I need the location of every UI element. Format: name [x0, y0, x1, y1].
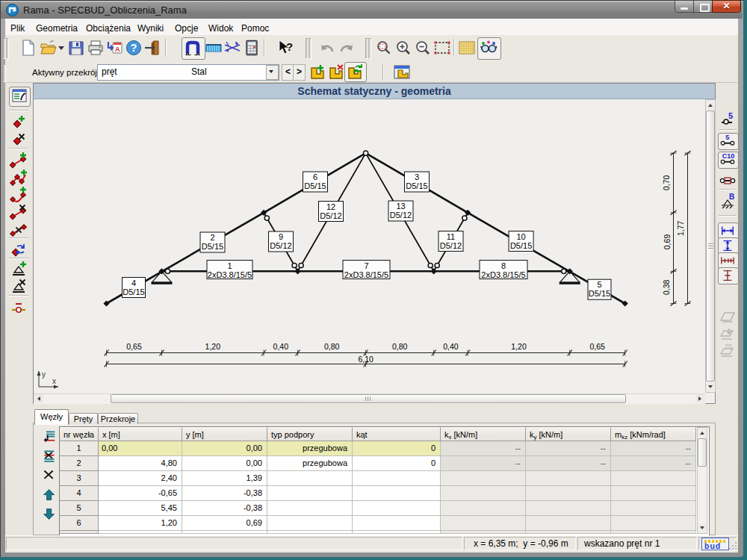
svg-text:x: x [52, 377, 56, 385]
svg-text:D5/15: D5/15 [304, 181, 326, 190]
svg-text:12: 12 [326, 202, 335, 211]
svg-text:0,69: 0,69 [663, 234, 672, 250]
svg-text:1: 1 [227, 261, 232, 270]
svg-text:y: y [42, 370, 46, 379]
svg-text:1,77: 1,77 [677, 220, 686, 236]
svg-text:D5/12: D5/12 [320, 211, 341, 220]
svg-text:6: 6 [313, 172, 317, 181]
svg-text:0,40: 0,40 [443, 342, 459, 351]
svg-text:2xD3.8/15/5: 2xD3.8/15/5 [208, 270, 252, 279]
svg-text:0,65: 0,65 [126, 342, 142, 351]
svg-text:A: A [115, 46, 120, 53]
svg-text:0,38: 0,38 [663, 280, 672, 296]
svg-text:D5/12: D5/12 [270, 241, 291, 250]
svg-text:5: 5 [597, 280, 601, 289]
svg-text:0,80: 0,80 [392, 342, 408, 351]
svg-text:0,70: 0,70 [663, 175, 672, 191]
svg-text:25: 25 [725, 343, 732, 350]
svg-text:5: 5 [728, 111, 733, 120]
svg-text:2: 2 [210, 233, 214, 242]
svg-text:8: 8 [501, 261, 506, 270]
svg-text:D5/12: D5/12 [440, 241, 462, 250]
svg-text:3: 3 [415, 172, 419, 181]
svg-text:?: ? [131, 42, 137, 54]
svg-text:9: 9 [279, 232, 283, 241]
svg-text:1,20: 1,20 [511, 342, 527, 351]
svg-text:5: 5 [725, 134, 729, 141]
svg-text:4: 4 [131, 279, 136, 287]
svg-text:D5/15: D5/15 [202, 242, 223, 251]
svg-text:10: 10 [516, 232, 525, 241]
svg-text:0,80: 0,80 [324, 342, 340, 351]
svg-text:?: ? [286, 40, 293, 53]
svg-text:D5/15: D5/15 [589, 289, 610, 298]
svg-text:13: 13 [396, 202, 405, 211]
svg-text:C10: C10 [722, 152, 735, 160]
svg-text:6,10: 6,10 [358, 355, 374, 364]
svg-text:D5/12: D5/12 [390, 211, 412, 220]
svg-text:1,20: 1,20 [205, 342, 221, 351]
svg-text:11: 11 [447, 232, 455, 241]
svg-text:2xD3.8/15/5: 2xD3.8/15/5 [344, 270, 388, 279]
svg-text:D5/15: D5/15 [406, 181, 427, 190]
svg-text:7: 7 [364, 261, 368, 270]
svg-text:0,65: 0,65 [589, 342, 605, 351]
svg-text:D5/15: D5/15 [123, 287, 144, 296]
svg-text:0,40: 0,40 [273, 342, 289, 351]
svg-text:D5/15: D5/15 [510, 241, 532, 250]
svg-text:2xD3.8/15/5: 2xD3.8/15/5 [481, 270, 525, 279]
svg-text:B: B [729, 193, 734, 201]
